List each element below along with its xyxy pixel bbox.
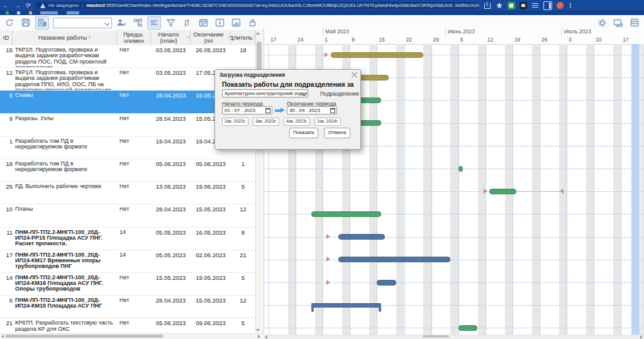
scroll-down-arrow-icon[interactable]	[256, 329, 260, 331]
table-row[interactable]: 14ПНМ-ЛП-ТП2.2-МНГП-100_20Д-ИП24-КМ16 Пл…	[0, 273, 255, 296]
cell-start-date: 05.06.2023	[151, 159, 191, 181]
gantt-bar-summary[interactable]	[311, 303, 381, 308]
gantt-bar-task[interactable]	[458, 166, 463, 172]
profile-avatar[interactable]	[557, 2, 564, 9]
period-end-input[interactable]: 30 . 09 . 2023	[287, 106, 337, 114]
bookmark-item[interactable]	[17, 11, 20, 14]
column-header-название-работы[interactable]: Название работы↑	[13, 30, 117, 45]
scroll-right-arrow-icon[interactable]	[258, 335, 260, 338]
bookmark-item[interactable]	[40, 11, 58, 14]
extension-icon-lines[interactable]	[531, 2, 539, 9]
gantt-bar-task[interactable]	[338, 257, 451, 262]
address-bar[interactable]: Не защищено | maslov2 :555/GanttChart/in…	[35, 2, 479, 9]
column-header-длитель[interactable]: Длитель↑	[231, 30, 255, 45]
sort-arrow-icon[interactable]: ↑	[228, 35, 230, 41]
close-icon[interactable]	[350, 70, 358, 79]
sort-arrow-icon[interactable]: ↑	[88, 35, 91, 41]
back-button[interactable]: ←	[0, 0, 11, 11]
assignee-filter-button[interactable]	[114, 16, 128, 30]
refresh-button[interactable]	[3, 16, 16, 30]
cell-start-date: 28.04.2023	[151, 204, 191, 226]
gantt-scroll-right-arrow-icon[interactable]	[640, 335, 643, 339]
week-tick-label: 22	[406, 36, 412, 43]
hierarchy-button[interactable]	[131, 16, 145, 30]
extension-icon-dark[interactable]	[519, 2, 527, 9]
dialog-title: Загрузка подразделения	[219, 72, 285, 78]
cell-duration: 21	[231, 250, 255, 272]
table-row[interactable]: 18Разработать том ПД в нередактируемом ф…	[0, 159, 255, 182]
export-button[interactable]	[213, 16, 226, 30]
department-select-label: Подразделение	[320, 91, 359, 97]
quarter-shortcut-button[interactable]: 2кв. 2023г.	[222, 118, 248, 126]
list-view-button[interactable]	[147, 16, 161, 30]
gantt-bar-task[interactable]	[458, 325, 478, 331]
cell-predecessor: Нет	[119, 273, 151, 295]
table-row[interactable]: 10ПланыНет28.04.202315.05.202312	[0, 204, 255, 227]
gantt-bar-task[interactable]	[338, 234, 385, 240]
cell-end-date: 15.05.2023	[191, 204, 231, 226]
quarter-shortcut-button[interactable]: 4кв. 2023г.	[284, 118, 310, 126]
scroll-up-arrow-icon[interactable]	[256, 32, 260, 35]
lock-button[interactable]	[245, 16, 259, 30]
forward-button[interactable]: →	[11, 0, 23, 11]
sidebar-icon[interactable]	[543, 1, 552, 10]
cell-id: 18	[0, 159, 13, 181]
week-tick-label: 17	[623, 36, 628, 43]
bookmark-item[interactable]	[6, 11, 9, 14]
period-start-input[interactable]: 01 . 07 . 2023	[222, 106, 272, 114]
department-select[interactable]: Архитектурно-конструкторский отдел	[222, 89, 308, 97]
sort-button[interactable]	[180, 16, 194, 30]
cell-task-name: Разрезы. Узлы	[15, 114, 116, 136]
gantt-horizontal-scrollbar[interactable]	[264, 335, 644, 339]
reload-button[interactable]: ⟳	[23, 0, 34, 11]
gantt-scroll-left-arrow-icon[interactable]	[265, 335, 267, 339]
quarter-shortcut-button[interactable]: 1кв. 2024г.	[314, 118, 341, 126]
table-row[interactable]: 15ТКР2Л. Подготовка, проверка и выдача з…	[0, 45, 255, 68]
table-row[interactable]: 25РД. Выполнить рабочие чертежиНет13.06.…	[0, 182, 255, 204]
show-button[interactable]: Показать	[289, 128, 318, 138]
calendar-button[interactable]	[196, 16, 210, 30]
column-header-окончание-пл[interactable]: Окончание (пл↑	[191, 30, 231, 45]
table-row[interactable]: 17ПНМ-ЛП-ТП2.2-МНГП-100_20Д-ИП24-КМ17 Вр…	[0, 250, 255, 273]
cell-task-name: ПНМ-ЛП-ТП2.2-МНГП-100_20Д-ИП24-РР15 Площ…	[15, 228, 116, 250]
column-header-начало-план-[interactable]: Начало (план)↑	[151, 30, 191, 45]
cancel-button[interactable]: Отмена	[324, 128, 350, 138]
gantt-bar-task[interactable]	[489, 189, 516, 194]
cell-task-name: ПНМ-ЛП-ТП2.2-МНГП-100_20Д-ИП24-КМ15 Площ…	[15, 296, 116, 318]
cell-start-date: 05.06.2023	[151, 318, 191, 333]
cell-start-date: 03.05.2023	[151, 45, 191, 67]
cell-duration: 12	[231, 204, 255, 226]
filter-button[interactable]	[164, 16, 177, 30]
extension-icon-green[interactable]	[508, 2, 515, 9]
departments-button[interactable]	[35, 16, 49, 30]
view-select[interactable]	[53, 18, 112, 28]
save-button[interactable]	[19, 16, 33, 30]
bookmark-item[interactable]	[67, 11, 79, 14]
gantt-bar-task[interactable]	[331, 52, 424, 58]
scroll-left-arrow-icon[interactable]	[1, 335, 4, 338]
gantt-bar-task[interactable]	[311, 211, 381, 217]
cell-task-name: ПНМ-ЛП-ТП2.2-МНГП-100_20Д-ИП24-КМ16 Площ…	[15, 273, 116, 295]
share-icon[interactable]	[484, 2, 491, 9]
gantt-bar-task[interactable]	[377, 280, 396, 286]
bookmark-item[interactable]	[29, 11, 32, 14]
calendar-icon[interactable]	[330, 108, 335, 113]
gantt-hscroll-thumb[interactable]	[423, 335, 449, 338]
constraint-marker-icon	[484, 189, 487, 194]
table-row[interactable]: 21КР87П. Разработать текстовую часть раз…	[0, 318, 255, 333]
column-header-предш-элемен[interactable]: Предш. элемен	[117, 30, 151, 45]
browser-menu-icon[interactable]	[569, 2, 572, 9]
column-header-id[interactable]: ID	[0, 30, 13, 45]
table-row[interactable]: 11ПНМ-ЛП-ТП2.2-МНГП-100_20Д-ИП24-РР15 Пл…	[0, 228, 255, 250]
bookmark-star-icon[interactable]	[496, 2, 503, 9]
report-button[interactable]	[229, 16, 243, 30]
cell-task-name: ПНМ-ЛП-ТП2.2-МНГП-100_20Д-ИП24-КМ17 Врем…	[15, 250, 116, 272]
month-label: Июнь 2023	[448, 28, 475, 35]
month-separator	[323, 28, 323, 36]
calendar-icon[interactable]	[265, 108, 270, 113]
quarter-shortcut-button[interactable]: 3кв. 2023г.	[253, 118, 279, 126]
cell-start-date: 15.05.2023	[151, 273, 191, 295]
table-hscroll-thumb[interactable]	[5, 335, 164, 338]
table-row[interactable]: 6ПНМ-ЛП-ТП2.2-МНГП-100_20Д-ИП24-КМ15 Пло…	[0, 296, 255, 318]
sort-arrow-icon[interactable]: ↑	[187, 35, 190, 41]
